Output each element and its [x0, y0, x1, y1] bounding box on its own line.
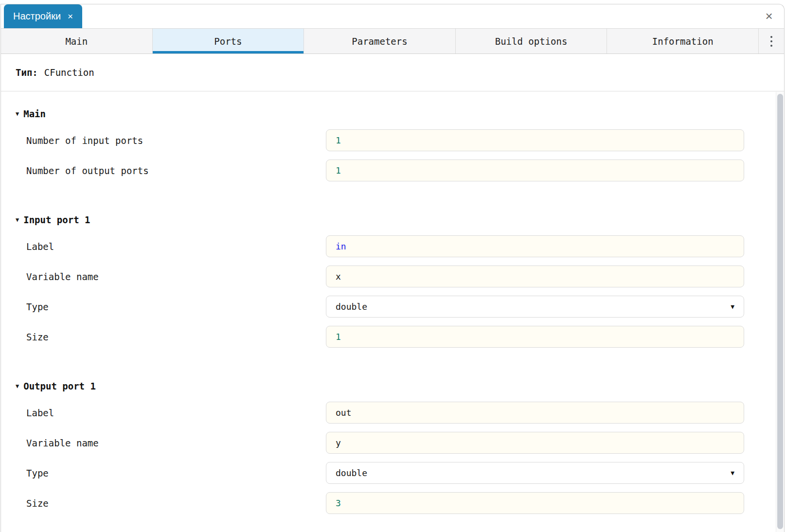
section-title: Output port 1	[23, 381, 96, 391]
block-type-row: Тип: CFunction	[1, 54, 784, 91]
row-label: Number of input ports	[26, 135, 143, 146]
input-port-1-label-input[interactable]: in	[326, 235, 744, 257]
tab-overflow-menu-button[interactable]	[759, 29, 784, 53]
field-value: 1	[336, 135, 341, 145]
title-bar: Настройки × ×	[1, 4, 784, 28]
tab-information[interactable]: Information	[607, 29, 759, 53]
section-header-output-port-1[interactable]: ▼Output port 1	[16, 379, 784, 393]
window-close-button[interactable]: ×	[762, 9, 776, 23]
row-label: Label	[26, 408, 54, 418]
collapse-arrow-icon[interactable]: ▼	[16, 111, 19, 117]
row-label: Variable name	[26, 438, 99, 448]
tab-build-options[interactable]: Build options	[456, 29, 607, 53]
tab-label: Information	[652, 36, 714, 47]
dropdown-arrow-icon: ▼	[731, 469, 734, 477]
section-title: Input port 1	[23, 214, 90, 225]
row-label: Type	[26, 301, 49, 312]
row-label: Label	[26, 241, 54, 252]
field-value: double	[336, 468, 367, 478]
field-value: in	[336, 241, 346, 251]
output-port-1-variable-name-input[interactable]: y	[326, 432, 744, 454]
dropdown-arrow-icon: ▼	[731, 303, 734, 310]
settings-doc-tab[interactable]: Настройки ×	[4, 4, 82, 28]
settings-row-input-port-1-size: Size1	[1, 326, 784, 348]
type-value: CFunction	[44, 67, 94, 78]
settings-window: Настройки × × MainPortsParametersBuild o…	[0, 4, 785, 532]
settings-row-input-port-1-type: Typedouble▼	[1, 296, 784, 318]
tab-parameters[interactable]: Parameters	[304, 29, 456, 53]
settings-row-output-port-1-type: Typedouble▼	[1, 462, 784, 484]
tab-main[interactable]: Main	[1, 29, 153, 53]
field-value: y	[336, 438, 341, 448]
main-number-of-output-ports-input[interactable]: 1	[326, 160, 744, 181]
settings-row-main-number-of-output-ports: Number of output ports1	[1, 160, 784, 181]
field-value: 1	[336, 165, 341, 176]
settings-row-output-port-1-variable-name: Variable namey	[1, 432, 784, 454]
row-label: Size	[26, 498, 49, 509]
row-label: Size	[26, 332, 49, 342]
settings-row-input-port-1-label: Labelin	[1, 235, 784, 257]
collapse-arrow-icon[interactable]: ▼	[16, 217, 19, 223]
settings-row-output-port-1-label: Labelout	[1, 402, 784, 424]
section-input-port-1: ▼Input port 1LabelinVariable namexTypedo…	[1, 213, 784, 348]
tab-ports[interactable]: Ports	[153, 29, 304, 53]
field-value: 1	[336, 332, 341, 342]
row-label: Number of output ports	[26, 165, 149, 176]
section-title: Main	[23, 108, 46, 119]
settings-row-main-number-of-input-ports: Number of input ports1	[1, 129, 784, 151]
type-label: Тип:	[16, 67, 38, 78]
main-number-of-input-ports-input[interactable]: 1	[326, 129, 744, 151]
collapse-arrow-icon[interactable]: ▼	[16, 383, 19, 389]
doc-tab-title: Настройки	[13, 11, 61, 22]
kebab-menu-icon	[770, 36, 772, 38]
tab-label: Build options	[495, 36, 568, 47]
settings-row-input-port-1-variable-name: Variable namex	[1, 266, 784, 287]
vertical-scrollbar[interactable]	[776, 92, 784, 532]
output-port-1-type-select[interactable]: double▼	[326, 462, 744, 484]
field-value: double	[336, 301, 367, 312]
section-output-port-1: ▼Output port 1LabeloutVariable nameyType…	[1, 379, 784, 514]
field-value: 3	[336, 498, 341, 508]
input-port-1-size-input[interactable]: 1	[326, 326, 744, 348]
input-port-1-variable-name-input[interactable]: x	[326, 266, 744, 287]
section-header-input-port-1[interactable]: ▼Input port 1	[16, 213, 784, 227]
doc-tab-close-icon[interactable]: ×	[68, 12, 73, 21]
section-main: ▼MainNumber of input ports1Number of out…	[1, 106, 784, 181]
row-label: Type	[26, 468, 49, 479]
settings-content: ▼MainNumber of input ports1Number of out…	[1, 91, 784, 532]
field-value: x	[336, 271, 341, 282]
scrollbar-thumb[interactable]	[777, 94, 783, 529]
section-header-main[interactable]: ▼Main	[16, 106, 784, 121]
output-port-1-size-input[interactable]: 3	[326, 492, 744, 514]
output-port-1-label-input[interactable]: out	[326, 402, 744, 424]
input-port-1-type-select[interactable]: double▼	[326, 296, 744, 318]
field-value: out	[336, 408, 352, 418]
settings-sections: ▼MainNumber of input ports1Number of out…	[1, 91, 784, 532]
settings-row-output-port-1-size: Size3	[1, 492, 784, 514]
tab-bar: MainPortsParametersBuild optionsInformat…	[1, 28, 784, 54]
tab-label: Ports	[214, 36, 242, 47]
tab-label: Main	[65, 36, 88, 47]
tab-label: Parameters	[352, 36, 407, 47]
row-label: Variable name	[26, 271, 99, 282]
